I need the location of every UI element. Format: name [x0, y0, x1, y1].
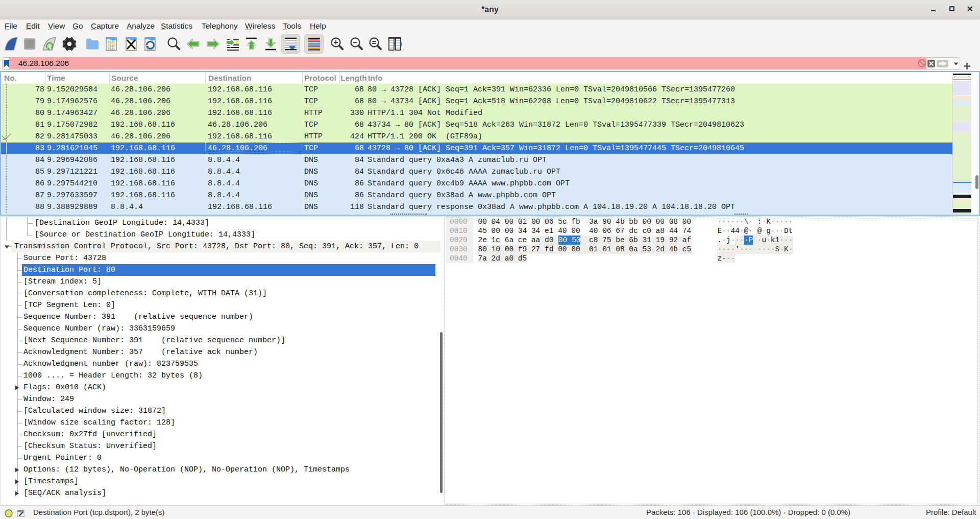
svg-text:0111: 0111 [108, 47, 115, 51]
